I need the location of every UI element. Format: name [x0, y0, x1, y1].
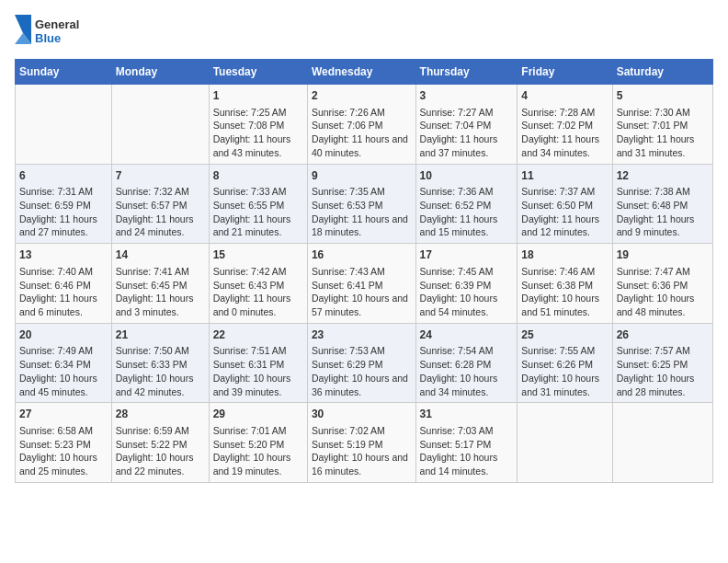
weekday-header: Sunday	[16, 60, 112, 85]
day-number: 27	[19, 407, 108, 422]
calendar-cell: 8Sunrise: 7:33 AM Sunset: 6:55 PM Daylig…	[209, 164, 307, 244]
day-content: Sunrise: 7:45 AM Sunset: 6:39 PM Dayligh…	[420, 265, 514, 319]
logo-blue-text: Blue	[35, 31, 61, 45]
calendar-cell: 29Sunrise: 7:01 AM Sunset: 5:20 PM Dayli…	[209, 403, 307, 483]
calendar-row: 6Sunrise: 7:31 AM Sunset: 6:59 PM Daylig…	[16, 164, 713, 244]
calendar-cell: 20Sunrise: 7:49 AM Sunset: 6:34 PM Dayli…	[16, 323, 112, 403]
day-content: Sunrise: 7:37 AM Sunset: 6:50 PM Dayligh…	[521, 185, 608, 239]
day-content: Sunrise: 7:28 AM Sunset: 7:02 PM Dayligh…	[521, 106, 608, 160]
calendar-cell: 18Sunrise: 7:46 AM Sunset: 6:38 PM Dayli…	[518, 244, 612, 324]
day-number: 29	[213, 407, 303, 422]
calendar-cell: 23Sunrise: 7:53 AM Sunset: 6:29 PM Dayli…	[307, 323, 415, 403]
day-content: Sunrise: 7:35 AM Sunset: 6:53 PM Dayligh…	[312, 185, 412, 239]
day-content: Sunrise: 7:31 AM Sunset: 6:59 PM Dayligh…	[19, 185, 108, 239]
day-content: Sunrise: 7:03 AM Sunset: 5:17 PM Dayligh…	[420, 424, 514, 478]
calendar-cell: 24Sunrise: 7:54 AM Sunset: 6:28 PM Dayli…	[415, 323, 518, 403]
day-number: 21	[116, 327, 205, 343]
calendar-cell: 5Sunrise: 7:30 AM Sunset: 7:01 PM Daylig…	[612, 85, 712, 165]
day-number: 3	[420, 88, 514, 104]
day-content: Sunrise: 7:49 AM Sunset: 6:34 PM Dayligh…	[19, 344, 108, 398]
day-content: Sunrise: 7:36 AM Sunset: 6:52 PM Dayligh…	[420, 185, 514, 239]
calendar-row: 1Sunrise: 7:25 AM Sunset: 7:08 PM Daylig…	[16, 85, 713, 165]
page-header: General Blue	[15, 15, 713, 50]
day-content: Sunrise: 7:33 AM Sunset: 6:55 PM Dayligh…	[213, 185, 303, 239]
calendar-cell: 15Sunrise: 7:42 AM Sunset: 6:43 PM Dayli…	[209, 244, 307, 324]
day-content: Sunrise: 7:42 AM Sunset: 6:43 PM Dayligh…	[213, 265, 303, 319]
day-number: 4	[521, 88, 608, 104]
day-number: 11	[521, 168, 608, 184]
calendar-cell: 16Sunrise: 7:43 AM Sunset: 6:41 PM Dayli…	[307, 244, 415, 324]
day-number: 5	[617, 88, 709, 104]
day-number: 20	[19, 327, 108, 343]
day-content: Sunrise: 7:54 AM Sunset: 6:28 PM Dayligh…	[420, 344, 514, 398]
calendar-cell: 25Sunrise: 7:55 AM Sunset: 6:26 PM Dayli…	[518, 323, 612, 403]
day-number: 1	[213, 88, 303, 104]
day-number: 2	[312, 88, 412, 104]
calendar-cell	[612, 403, 712, 483]
day-number: 12	[617, 168, 709, 184]
weekday-header: Wednesday	[307, 60, 415, 85]
calendar-cell	[518, 403, 612, 483]
logo: General Blue	[15, 15, 97, 50]
day-number: 16	[312, 247, 412, 263]
calendar-cell: 28Sunrise: 6:59 AM Sunset: 5:22 PM Dayli…	[111, 403, 209, 483]
day-content: Sunrise: 7:50 AM Sunset: 6:33 PM Dayligh…	[116, 344, 205, 398]
calendar-cell: 30Sunrise: 7:02 AM Sunset: 5:19 PM Dayli…	[307, 403, 415, 483]
calendar-cell: 3Sunrise: 7:27 AM Sunset: 7:04 PM Daylig…	[415, 85, 518, 165]
calendar-cell: 13Sunrise: 7:40 AM Sunset: 6:46 PM Dayli…	[16, 244, 112, 324]
calendar-row: 13Sunrise: 7:40 AM Sunset: 6:46 PM Dayli…	[16, 244, 713, 324]
calendar-cell: 17Sunrise: 7:45 AM Sunset: 6:39 PM Dayli…	[415, 244, 518, 324]
day-number: 30	[312, 407, 412, 422]
day-content: Sunrise: 7:27 AM Sunset: 7:04 PM Dayligh…	[420, 106, 514, 160]
calendar-cell: 14Sunrise: 7:41 AM Sunset: 6:45 PM Dayli…	[111, 244, 209, 324]
calendar-cell: 12Sunrise: 7:38 AM Sunset: 6:48 PM Dayli…	[612, 164, 712, 244]
day-content: Sunrise: 7:47 AM Sunset: 6:36 PM Dayligh…	[617, 265, 709, 319]
day-number: 28	[116, 407, 205, 422]
logo-svg: General Blue	[15, 15, 97, 50]
day-content: Sunrise: 7:02 AM Sunset: 5:19 PM Dayligh…	[312, 424, 412, 478]
day-number: 24	[420, 327, 514, 343]
day-content: Sunrise: 7:53 AM Sunset: 6:29 PM Dayligh…	[312, 344, 412, 398]
calendar-cell: 21Sunrise: 7:50 AM Sunset: 6:33 PM Dayli…	[111, 323, 209, 403]
calendar-cell: 26Sunrise: 7:57 AM Sunset: 6:25 PM Dayli…	[612, 323, 712, 403]
day-number: 6	[19, 168, 108, 184]
day-number: 10	[420, 168, 514, 184]
day-number: 17	[420, 247, 514, 263]
day-content: Sunrise: 7:41 AM Sunset: 6:45 PM Dayligh…	[116, 265, 205, 319]
day-content: Sunrise: 7:30 AM Sunset: 7:01 PM Dayligh…	[617, 106, 709, 160]
calendar-cell: 1Sunrise: 7:25 AM Sunset: 7:08 PM Daylig…	[209, 85, 307, 165]
calendar-cell: 4Sunrise: 7:28 AM Sunset: 7:02 PM Daylig…	[518, 85, 612, 165]
day-content: Sunrise: 7:38 AM Sunset: 6:48 PM Dayligh…	[617, 185, 709, 239]
calendar-cell: 27Sunrise: 6:58 AM Sunset: 5:23 PM Dayli…	[16, 403, 112, 483]
day-number: 19	[617, 247, 709, 263]
day-content: Sunrise: 7:51 AM Sunset: 6:31 PM Dayligh…	[213, 344, 303, 398]
day-number: 25	[521, 327, 608, 343]
day-content: Sunrise: 7:57 AM Sunset: 6:25 PM Dayligh…	[617, 344, 709, 398]
calendar-table: SundayMondayTuesdayWednesdayThursdayFrid…	[15, 59, 713, 483]
weekday-header: Thursday	[415, 60, 518, 85]
calendar-cell	[111, 85, 209, 165]
day-content: Sunrise: 7:32 AM Sunset: 6:57 PM Dayligh…	[116, 185, 205, 239]
weekday-header: Saturday	[612, 60, 712, 85]
day-content: Sunrise: 7:25 AM Sunset: 7:08 PM Dayligh…	[213, 106, 303, 160]
weekday-header: Friday	[518, 60, 612, 85]
day-content: Sunrise: 7:40 AM Sunset: 6:46 PM Dayligh…	[19, 265, 108, 319]
calendar-cell: 19Sunrise: 7:47 AM Sunset: 6:36 PM Dayli…	[612, 244, 712, 324]
day-content: Sunrise: 7:01 AM Sunset: 5:20 PM Dayligh…	[213, 424, 303, 478]
day-number: 14	[116, 247, 205, 263]
calendar-row: 27Sunrise: 6:58 AM Sunset: 5:23 PM Dayli…	[16, 403, 713, 483]
day-number: 15	[213, 247, 303, 263]
day-content: Sunrise: 7:46 AM Sunset: 6:38 PM Dayligh…	[521, 265, 608, 319]
day-content: Sunrise: 7:43 AM Sunset: 6:41 PM Dayligh…	[312, 265, 412, 319]
day-content: Sunrise: 7:55 AM Sunset: 6:26 PM Dayligh…	[521, 344, 608, 398]
weekday-header: Monday	[111, 60, 209, 85]
day-number: 23	[312, 327, 412, 343]
day-number: 18	[521, 247, 608, 263]
calendar-cell	[16, 85, 112, 165]
day-number: 22	[213, 327, 303, 343]
calendar-cell: 31Sunrise: 7:03 AM Sunset: 5:17 PM Dayli…	[415, 403, 518, 483]
calendar-cell: 10Sunrise: 7:36 AM Sunset: 6:52 PM Dayli…	[415, 164, 518, 244]
calendar-header: SundayMondayTuesdayWednesdayThursdayFrid…	[16, 60, 713, 85]
calendar-cell: 6Sunrise: 7:31 AM Sunset: 6:59 PM Daylig…	[16, 164, 112, 244]
calendar-cell: 11Sunrise: 7:37 AM Sunset: 6:50 PM Dayli…	[518, 164, 612, 244]
